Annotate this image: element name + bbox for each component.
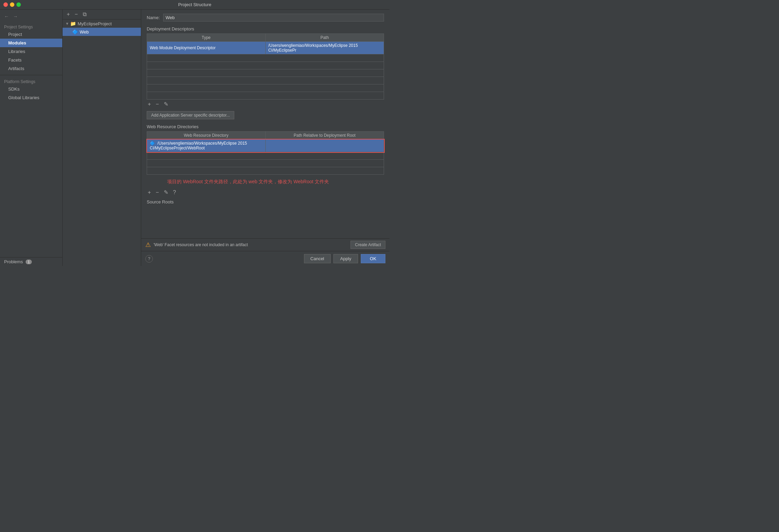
annotation-text: 项目的 WebRoot 文件夹路径，此处为 web 文件夹，修改为 WebRoo… <box>147 176 384 188</box>
table-row <box>147 77 384 84</box>
dd-path-col-header: Path <box>265 34 384 42</box>
table-row[interactable]: Web Module Deployment Descriptor /Users/… <box>147 42 384 54</box>
nav-arrows: ← → <box>0 12 62 21</box>
back-button[interactable]: ← <box>3 13 10 20</box>
window-controls[interactable] <box>3 2 21 7</box>
dd-path-cell: /Users/wengliemiao/Workspaces/MyEclipse … <box>265 42 384 54</box>
table-row <box>147 160 384 167</box>
table-row <box>147 69 384 77</box>
project-settings-label: Project Settings <box>0 23 62 30</box>
wrd-remove-button[interactable]: − <box>155 189 160 196</box>
tree-module-item[interactable]: 🔷 Web <box>63 28 141 36</box>
platform-settings-label: Platform Settings <box>0 77 62 85</box>
bottom-bar: ? Cancel Apply OK <box>141 251 389 266</box>
deployment-descriptors-header: Deployment Descriptors <box>147 26 384 31</box>
wrd-path-col-header: Path Relative to Deployment Root <box>265 132 384 139</box>
remove-module-button[interactable]: − <box>73 11 79 18</box>
sidebar-divider <box>0 75 62 75</box>
web-resource-directories-header: Web Resource Directories <box>147 124 384 129</box>
sidebar-item-modules-label: Modules <box>8 40 26 45</box>
table-row[interactable]: 🔷 /Users/wengliemiao/Workspaces/MyEclips… <box>147 139 384 152</box>
wrd-web-col-header: Web Resource Directory <box>147 132 266 139</box>
help-button[interactable]: ? <box>145 255 153 263</box>
problems-label: Problems <box>4 259 23 264</box>
detail-content: Name: Deployment Descriptors Type Path <box>141 10 389 238</box>
close-button[interactable] <box>3 2 8 7</box>
copy-module-button[interactable]: ⧉ <box>81 11 88 18</box>
wrd-help-button[interactable]: ? <box>172 189 177 196</box>
left-panel: + − ⧉ ▼ 📁 MyEclipseProject 🔷 Web <box>63 10 141 266</box>
window-title: Project Structure <box>178 2 211 7</box>
apply-button[interactable]: Apply <box>333 254 358 263</box>
sidebar-item-project[interactable]: Project <box>0 30 62 39</box>
sidebar-item-artifacts[interactable]: Artifacts <box>0 64 62 73</box>
sidebar: ← → Project Settings Project Modules Lib… <box>0 10 63 266</box>
help-area: ? <box>141 252 157 265</box>
sidebar-item-facets-label: Facets <box>8 57 22 63</box>
table-row <box>147 54 384 62</box>
wrd-toolbar: + − ✎ ? <box>147 189 384 196</box>
action-buttons: Cancel Apply OK <box>157 251 389 266</box>
wrd-add-button[interactable]: + <box>147 189 152 196</box>
dd-add-button[interactable]: + <box>147 101 152 108</box>
dd-toolbar: + − ✎ <box>147 101 384 108</box>
main-layout: ← → Project Settings Project Modules Lib… <box>0 10 389 266</box>
warning-icon: ⚠ <box>145 241 151 249</box>
sidebar-problems[interactable]: Problems 1 <box>0 257 62 266</box>
cancel-button[interactable]: Cancel <box>304 254 331 263</box>
table-row <box>147 167 384 175</box>
table-row <box>147 152 384 160</box>
panels-row: + − ⧉ ▼ 📁 MyEclipseProject 🔷 Web Name: <box>63 10 389 266</box>
warning-bar: ⚠ 'Web' Facet resources are not included… <box>141 238 389 251</box>
sidebar-item-global-libraries-label: Global Libraries <box>8 95 39 100</box>
tree-toolbar: + − ⧉ <box>63 10 141 19</box>
wrd-path-cell: 🔷 /Users/wengliemiao/Workspaces/MyEclips… <box>147 139 266 152</box>
wrd-edit-button[interactable]: ✎ <box>163 189 169 196</box>
dd-edit-button[interactable]: ✎ <box>163 101 169 108</box>
add-server-button[interactable]: Add Application Server specific descript… <box>147 111 234 119</box>
sidebar-item-modules[interactable]: Modules <box>0 39 62 47</box>
right-panel: Name: Deployment Descriptors Type Path <box>141 10 389 266</box>
sidebar-item-project-label: Project <box>8 32 22 37</box>
sidebar-item-artifacts-label: Artifacts <box>8 66 24 71</box>
wrd-relative-path-cell <box>265 139 384 152</box>
warning-text: 'Web' Facet resources are not included i… <box>154 242 351 247</box>
add-module-button[interactable]: + <box>65 11 71 18</box>
sidebar-item-sdks-label: SDKs <box>8 87 19 92</box>
create-artifact-button[interactable]: Create Artifact <box>351 241 385 249</box>
maximize-button[interactable] <box>16 2 21 7</box>
tree-project-item[interactable]: ▼ 📁 MyEclipseProject <box>63 19 141 28</box>
forward-button[interactable]: → <box>12 13 19 20</box>
deployment-descriptors-table: Type Path Web Module Deployment Descript… <box>147 34 384 99</box>
table-row <box>147 92 384 99</box>
ok-button[interactable]: OK <box>361 254 385 263</box>
table-row <box>147 84 384 92</box>
folder-icon: 📁 <box>70 21 76 26</box>
name-input[interactable] <box>163 14 384 22</box>
tree-project-label: MyEclipseProject <box>78 21 112 26</box>
tree-expand-icon: ▼ <box>65 22 69 26</box>
title-bar: Project Structure <box>0 0 389 10</box>
dd-type-col-header: Type <box>147 34 266 42</box>
tree-module-label: Web <box>80 29 89 35</box>
minimize-button[interactable] <box>10 2 14 7</box>
module-icon: 🔷 <box>72 29 78 35</box>
source-roots-header: Source Roots <box>147 199 384 204</box>
table-row <box>147 62 384 69</box>
sidebar-item-global-libraries[interactable]: Global Libraries <box>0 93 62 102</box>
sidebar-item-libraries-label: Libraries <box>8 49 25 54</box>
name-row: Name: <box>147 14 384 22</box>
sidebar-item-sdks[interactable]: SDKs <box>0 85 62 93</box>
sidebar-item-facets[interactable]: Facets <box>0 56 62 64</box>
wrd-icon: 🔷 <box>150 141 155 146</box>
problems-badge: 1 <box>26 260 32 264</box>
dd-remove-button[interactable]: − <box>155 101 160 108</box>
web-resource-directories-table: Web Resource Directory Path Relative to … <box>147 131 384 175</box>
name-label: Name: <box>147 15 160 20</box>
dd-type-cell: Web Module Deployment Descriptor <box>147 42 266 54</box>
sidebar-item-libraries[interactable]: Libraries <box>0 47 62 56</box>
